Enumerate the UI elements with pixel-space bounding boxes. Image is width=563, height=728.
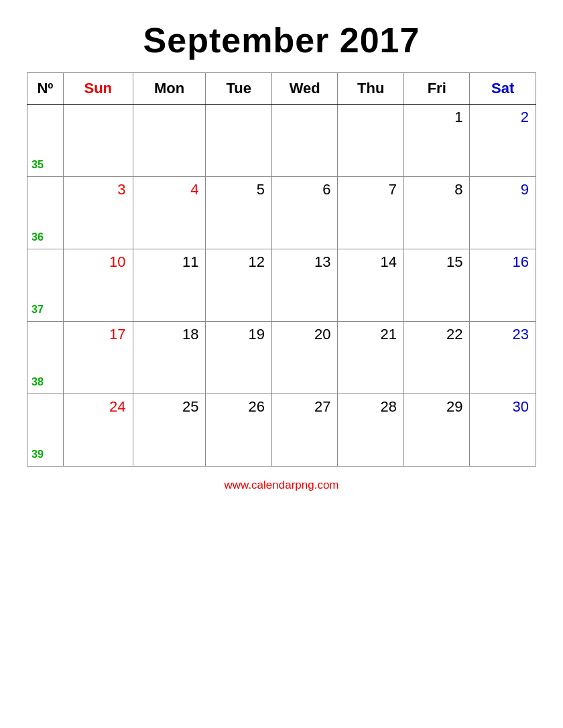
calendar-table: Nº Sun Mon Tue Wed Thu Fri Sat 351236345… (27, 72, 536, 467)
day-cell-13: 13 (271, 249, 338, 322)
page-title: September 2017 (143, 20, 420, 60)
day-cell-24: 24 (63, 394, 133, 467)
day-cell-21: 21 (338, 322, 404, 394)
day-cell-26: 26 (206, 394, 272, 467)
day-cell-28: 28 (338, 394, 404, 467)
day-cell-22: 22 (403, 322, 470, 394)
header-tue: Tue (206, 73, 272, 105)
header-thu: Thu (338, 73, 404, 105)
day-cell-3: 3 (63, 177, 133, 249)
header-sat: Sat (470, 73, 536, 105)
week-number-39: 39 (27, 394, 64, 467)
day-cell-23: 23 (470, 322, 536, 394)
day-cell-11: 11 (133, 249, 206, 322)
day-cell-5: 5 (206, 177, 272, 249)
day-cell-16: 16 (470, 249, 536, 322)
day-cell-6: 6 (271, 177, 338, 249)
day-cell-18: 18 (133, 322, 206, 394)
day-cell-1: 1 (403, 105, 470, 177)
week-number-35: 35 (27, 105, 64, 177)
day-cell-2: 2 (470, 105, 536, 177)
day-cell-empty (338, 105, 404, 177)
day-cell-10: 10 (63, 249, 133, 322)
day-cell-27: 27 (271, 394, 338, 467)
day-cell-30: 30 (470, 394, 536, 467)
day-cell-19: 19 (206, 322, 272, 394)
day-cell-9: 9 (470, 177, 536, 249)
day-cell-empty (271, 105, 338, 177)
day-cell-12: 12 (206, 249, 272, 322)
header-no: Nº (27, 73, 64, 105)
day-cell-20: 20 (271, 322, 338, 394)
day-cell-empty (206, 105, 272, 177)
header-fri: Fri (403, 73, 470, 105)
header-wed: Wed (271, 73, 338, 105)
footer-text: www.calendarpng.com (224, 479, 338, 491)
day-cell-empty (133, 105, 206, 177)
header-mon: Mon (133, 73, 206, 105)
day-cell-4: 4 (133, 177, 206, 249)
day-cell-7: 7 (338, 177, 404, 249)
day-cell-17: 17 (63, 322, 133, 394)
week-number-36: 36 (27, 177, 64, 249)
week-number-38: 38 (27, 322, 64, 394)
day-cell-29: 29 (403, 394, 470, 467)
day-cell-empty (63, 105, 133, 177)
footer: www.calendarpng.com (224, 479, 338, 492)
day-cell-15: 15 (403, 249, 470, 322)
week-number-37: 37 (27, 249, 64, 322)
day-cell-25: 25 (133, 394, 206, 467)
header-sun: Sun (63, 73, 133, 105)
day-cell-14: 14 (338, 249, 404, 322)
day-cell-8: 8 (403, 177, 470, 249)
